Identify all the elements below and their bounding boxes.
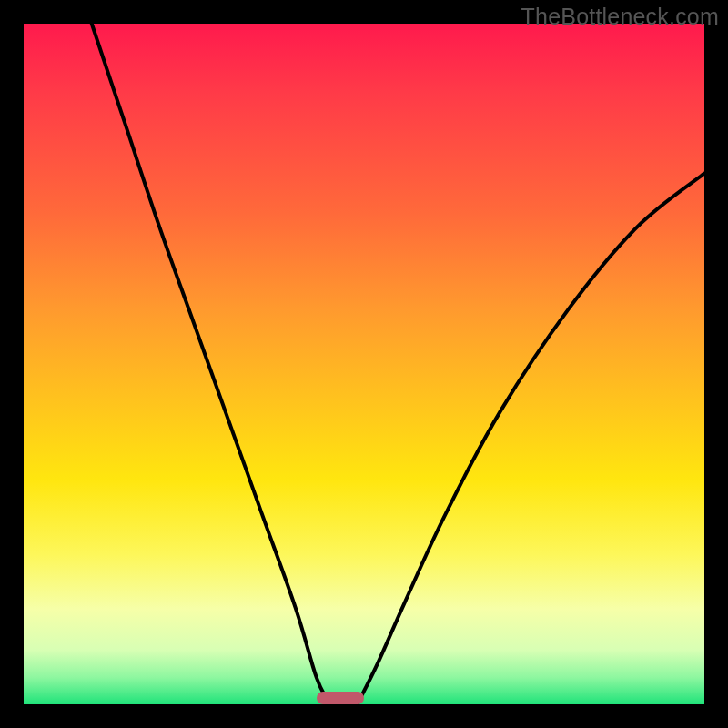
bottleneck-marker xyxy=(317,692,364,704)
chart-container: TheBottleneck.com xyxy=(0,0,728,728)
plot-area xyxy=(24,24,704,704)
curve-layer xyxy=(24,24,704,704)
watermark-text: TheBottleneck.com xyxy=(521,4,719,30)
left-curve-path xyxy=(92,24,330,704)
right-curve-path xyxy=(358,174,704,704)
